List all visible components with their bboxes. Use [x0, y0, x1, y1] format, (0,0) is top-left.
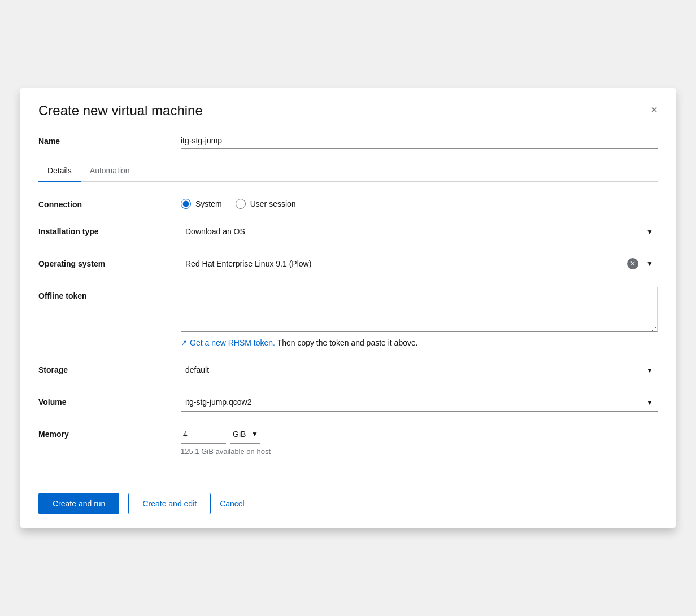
storage-select[interactable]: default pool1 pool2: [181, 361, 658, 379]
memory-inputs: MiB GiB ▼: [181, 425, 658, 444]
operating-system-label: Operating system: [38, 255, 163, 268]
connection-options: System User session: [181, 195, 658, 209]
memory-available: 125.1 GiB available on host: [181, 447, 658, 456]
dialog-header: Create new virtual machine ×: [38, 102, 658, 119]
volume-row: Volume itg-stg-jump.qcow2 ▼: [38, 393, 658, 412]
external-link-icon: ↗: [181, 338, 188, 347]
create-run-button[interactable]: Create and run: [38, 493, 119, 514]
radio-system[interactable]: System: [181, 199, 222, 209]
installation-type-content: Download an OS Local install media Netwo…: [181, 222, 658, 241]
name-input[interactable]: [181, 133, 658, 149]
radio-system-label: System: [195, 199, 222, 208]
os-clear-icon[interactable]: ✕: [627, 258, 638, 269]
name-label: Name: [38, 137, 163, 146]
offline-token-row: Offline token ↗ Get a new RHSM token. Th…: [38, 287, 658, 347]
close-button[interactable]: ×: [651, 104, 658, 115]
installation-type-wrapper: Download an OS Local install media Netwo…: [181, 222, 658, 241]
tab-details[interactable]: Details: [38, 160, 81, 182]
os-field-wrapper: ✕ ▼: [181, 255, 658, 273]
tab-automation[interactable]: Automation: [81, 160, 139, 182]
volume-label: Volume: [38, 393, 163, 407]
volume-select[interactable]: itg-stg-jump.qcow2: [181, 393, 658, 412]
memory-unit-wrapper: MiB GiB ▼: [230, 425, 260, 444]
volume-content: itg-stg-jump.qcow2 ▼: [181, 393, 658, 412]
os-dropdown-icon[interactable]: ▼: [642, 257, 658, 270]
memory-row: Memory MiB GiB ▼ 125.1 GiB available on …: [38, 425, 658, 456]
storage-row: Storage default pool1 pool2 ▼: [38, 361, 658, 379]
token-link-suffix: Then copy the token and paste it above.: [277, 338, 418, 347]
installation-type-label: Installation type: [38, 222, 163, 236]
tabs: Details Automation: [38, 160, 658, 181]
connection-label: Connection: [38, 195, 163, 209]
memory-number-input[interactable]: [181, 425, 226, 444]
radio-user-session[interactable]: User session: [236, 199, 296, 209]
installation-type-row: Installation type Download an OS Local i…: [38, 222, 658, 241]
memory-content: MiB GiB ▼ 125.1 GiB available on host: [181, 425, 658, 456]
token-link-text: Get a new RHSM token.: [190, 338, 275, 347]
name-row: Name: [38, 133, 658, 149]
memory-unit-select[interactable]: MiB GiB: [230, 425, 260, 443]
volume-wrapper: itg-stg-jump.qcow2 ▼: [181, 393, 658, 412]
cancel-button[interactable]: Cancel: [220, 493, 245, 514]
create-edit-button[interactable]: Create and edit: [128, 493, 211, 514]
operating-system-input[interactable]: [181, 255, 627, 273]
tabs-container: Details Automation: [38, 160, 658, 182]
token-link[interactable]: ↗ Get a new RHSM token.: [181, 338, 275, 347]
dialog-title: Create new virtual machine: [38, 102, 203, 119]
token-link-row: ↗ Get a new RHSM token. Then copy the to…: [181, 338, 658, 347]
footer-buttons: Create and run Create and edit Cancel: [38, 488, 658, 514]
storage-content: default pool1 pool2 ▼: [181, 361, 658, 379]
radio-user-session-label: User session: [250, 199, 296, 208]
offline-token-label: Offline token: [38, 287, 163, 300]
offline-token-textarea[interactable]: [181, 287, 658, 332]
operating-system-row: Operating system ✕ ▼: [38, 255, 658, 273]
footer-divider: [38, 474, 658, 474]
create-vm-dialog: Create new virtual machine × Name Detail…: [20, 88, 676, 528]
storage-wrapper: default pool1 pool2 ▼: [181, 361, 658, 379]
memory-label: Memory: [38, 425, 163, 439]
offline-token-content: ↗ Get a new RHSM token. Then copy the to…: [181, 287, 658, 347]
operating-system-content: ✕ ▼: [181, 255, 658, 273]
installation-type-select[interactable]: Download an OS Local install media Netwo…: [181, 222, 658, 241]
connection-row: Connection System User session: [38, 195, 658, 209]
storage-label: Storage: [38, 361, 163, 374]
